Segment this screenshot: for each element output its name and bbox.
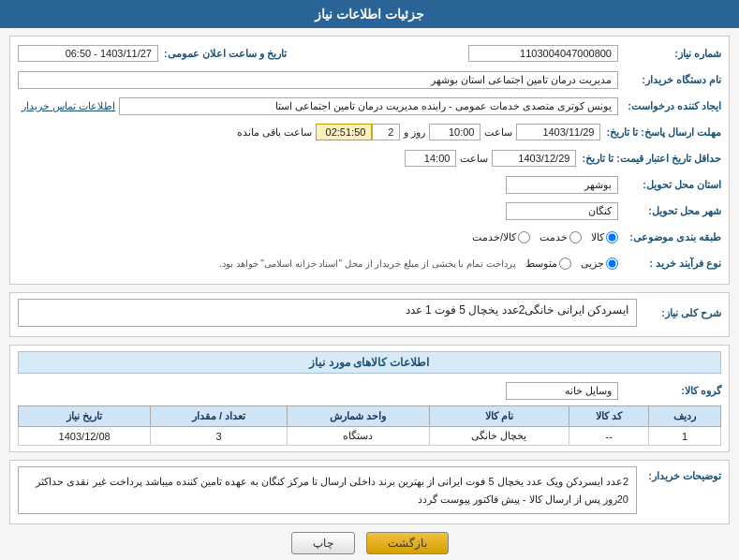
row-tozihot: توضیحات خریدار: 2عدد ایسردکن ویک عدد یخچ…	[18, 466, 721, 514]
mohlat-rooz-value: 2	[372, 124, 400, 140]
tabaghe-khedmat-radio[interactable]	[569, 231, 582, 243]
dastgah-value: مدیریت درمان تامین اجتماعی استان بوشهر	[18, 71, 618, 89]
cell-nam-kala: یخچال خانگی	[429, 427, 569, 446]
ostan-value: بوشهر	[506, 176, 618, 194]
group-kala-value: وسایل خانه	[506, 382, 618, 400]
button-row: بازگشت چاپ	[9, 532, 730, 560]
nooe-jozii-label: جزیی	[581, 258, 604, 270]
row-shomara: شماره نیاز: 1103004047000800 تاریخ و ساع…	[18, 42, 721, 65]
row-ostan: استان محل تحویل: بوشهر	[18, 173, 721, 196]
nooe-motavasset-option[interactable]: متوسط	[525, 258, 571, 270]
ijad-label: ایجاد کننده درخواست:	[618, 100, 721, 112]
tabaghe-kala-label: کالا	[591, 231, 604, 243]
cell-kod-kala: --	[569, 427, 649, 446]
tabaghe-kala-khedmat-radio[interactable]	[518, 231, 530, 243]
hadaghal-saat-label: ساعت	[456, 151, 492, 167]
ijad-value: یونس کوتری متصدی خدمات عمومی - رابنده مد…	[119, 97, 618, 115]
hadaghal-date: 1403/12/29	[492, 150, 576, 167]
mohlat-rooz-label: روز و	[404, 126, 425, 139]
col-tedad: تعداد / مقدار	[151, 406, 288, 427]
hadaghal-label: حداقل تاریخ اعتبار قیمت: تا تاریخ:	[576, 153, 721, 165]
hadaghal-saat-value: 14:00	[405, 150, 456, 167]
back-button[interactable]: بازگشت	[366, 532, 449, 554]
row-group-kala: گروه کالا: وسایل خانه	[18, 379, 721, 402]
row-ijad: ایجاد کننده درخواست: یونس کوتری متصدی خد…	[18, 95, 721, 117]
row-nooe-faraind: نوع فرآیند خرید : جزیی متوسط پرداخت تمام…	[18, 252, 721, 274]
row-dastgah: نام دستگاه خریدار: مدیریت درمان تامین اج…	[18, 68, 721, 91]
etelaat-tamas-link[interactable]: اطلاعات تماس خریدار	[22, 100, 115, 112]
page-container: جزئیات اطلاعات نیاز شماره نیاز: 11030040…	[0, 0, 739, 560]
tarikh-aalan-value: 1403/11/27 - 06:50	[18, 45, 158, 62]
cell-tedad: 3	[151, 427, 288, 446]
row-shrj: شرح کلی نیاز: ایسردکن ایرانی خانگی2عدد ی…	[18, 299, 721, 327]
tabaghe-kala-khedmat-label: کالا/خدمت	[472, 231, 516, 243]
nooe-faraind-radio-group: جزیی متوسط	[525, 258, 618, 270]
shrj-value: ایسردکن ایرانی خانگی2عدد یخچال 5 فوت 1 ع…	[18, 299, 637, 327]
ostan-label: استان محل تحویل:	[618, 179, 721, 191]
kala-table: ردیف کد کالا نام کالا واحد شمارش تعداد /…	[18, 405, 721, 446]
tozihot-value: 2عدد ایسردکن ویک عدد یخچال 5 فوت ایرانی …	[18, 466, 637, 514]
tozihot-label: توضیحات خریدار:	[637, 466, 721, 482]
tozihot-section: توضیحات خریدار: 2عدد ایسردکن ویک عدد یخچ…	[9, 460, 730, 524]
nooe-faraind-label: نوع فرآیند خرید :	[618, 258, 721, 270]
tabaghe-kala-radio[interactable]	[606, 231, 618, 243]
mohlat-saat-value: 10:00	[429, 124, 480, 140]
tabaghe-kala-option[interactable]: کالا	[591, 231, 618, 243]
mohlat-baghi-value: 02:51:50	[316, 124, 372, 140]
cell-vahed: دستگاه	[287, 427, 429, 446]
page-header: جزئیات اطلاعات نیاز	[0, 0, 739, 28]
etelaat-kala-section: اطلاعات کالاهای مورد نیاز گروه کالا: وسا…	[9, 345, 730, 452]
main-form-section: شماره نیاز: 1103004047000800 تاریخ و ساع…	[9, 36, 730, 285]
col-nam-kala: نام کالا	[429, 406, 569, 427]
tabaghe-label: طبقه بندی موضوعی:	[618, 231, 721, 243]
etelaat-kala-title: اطلاعات کالاهای مورد نیاز	[18, 351, 721, 374]
row-hadaghal: حداقل تاریخ اعتبار قیمت: تا تاریخ: 1403/…	[18, 147, 721, 169]
nooe-motavasset-label: متوسط	[525, 258, 557, 270]
dastgah-label: نام دستگاه خریدار:	[618, 74, 721, 86]
shomara-niaz-value: 1103004047000800	[468, 45, 618, 62]
cell-tarikh: 1403/12/08	[19, 427, 151, 446]
tabaghe-kala-khedmat-option[interactable]: کالا/خدمت	[472, 231, 530, 243]
tabaghe-khedmat-label: خدمت	[539, 231, 568, 243]
shomara-niaz-label: شماره نیاز:	[618, 48, 721, 60]
nooe-faraind-note: پرداخت تمام با بخشی از مبلغ خریدار از مح…	[219, 258, 516, 269]
print-button[interactable]: چاپ	[291, 532, 355, 554]
col-kod-kala: کد کالا	[569, 406, 649, 427]
col-tarikh: تاریخ نیاز	[19, 406, 151, 427]
col-vahed: واحد شمارش	[287, 406, 429, 427]
row-tabaghe: طبقه بندی موضوعی: کالا خدمت کالا/خدمت	[18, 226, 721, 248]
shrj-section: شرح کلی نیاز: ایسردکن ایرانی خانگی2عدد ی…	[9, 292, 730, 337]
row-mohlat: مهلت ارسال پاسخ: تا تاریخ: 1403/11/29 سا…	[18, 121, 721, 143]
nooe-jozii-option[interactable]: جزیی	[581, 258, 618, 270]
nooe-jozii-radio[interactable]	[606, 258, 618, 270]
mohlat-date: 1403/11/29	[516, 124, 600, 140]
shahr-value: کنگان	[506, 202, 618, 220]
shrj-label: شرح کلی نیاز:	[637, 307, 721, 319]
mohlat-saat-label: ساعت	[480, 125, 516, 140]
group-kala-label: گروه کالا:	[618, 385, 721, 397]
tabaghe-radio-group: کالا خدمت کالا/خدمت	[472, 231, 618, 243]
cell-radif: 1	[649, 427, 721, 446]
col-radif: ردیف	[649, 406, 721, 427]
nooe-motavasset-radio[interactable]	[559, 258, 571, 270]
row-shahr: شهر محل تحویل: کنگان	[18, 199, 721, 222]
mohlat-baghi-label: ساعت باقی مانده	[237, 126, 312, 139]
tarikh-aalan-label: تاریخ و ساعت اعلان عمومی:	[158, 48, 287, 60]
page-content: شماره نیاز: 1103004047000800 تاریخ و ساع…	[0, 28, 739, 560]
shahr-label: شهر محل تحویل:	[618, 205, 721, 217]
table-row: 1 -- یخچال خانگی دستگاه 3 1403/12/08	[19, 427, 721, 446]
mohlat-label: مهلت ارسال پاسخ: تا تاریخ:	[600, 126, 721, 139]
tabaghe-khedmat-option[interactable]: خدمت	[539, 231, 582, 243]
page-title: جزئیات اطلاعات نیاز	[315, 7, 424, 22]
